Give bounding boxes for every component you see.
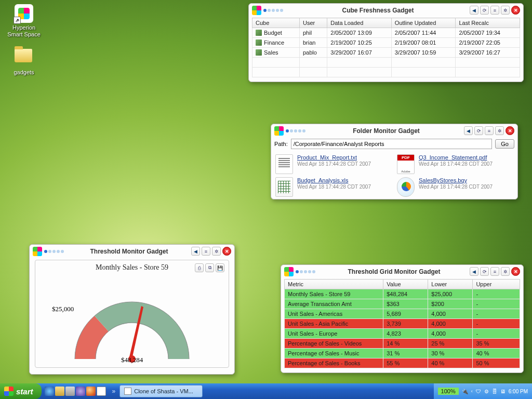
gadget-header[interactable]: Folder Monitor Gadget ◀ ⟳ ≡ ✲ ✕ — [271, 124, 517, 137]
gauge-threshold-label: $25,000 — [52, 305, 74, 313]
gadget-title: Threshold Grid Monitor Gadget — [318, 268, 470, 275]
gadget-folder-monitor: Folder Monitor Gadget ◀ ⟳ ≡ ✲ ✕ Path: Go… — [271, 124, 518, 200]
app-icon[interactable] — [97, 387, 106, 396]
column-header[interactable]: Upper — [473, 280, 520, 289]
column-header[interactable]: Metric — [285, 280, 383, 289]
collapse-icon[interactable]: ◀ — [191, 247, 200, 256]
column-header[interactable]: User — [299, 18, 327, 28]
quicklaunch-overflow-icon[interactable]: » — [109, 388, 119, 395]
tray-icon[interactable]: 🛡 — [476, 389, 481, 394]
close-icon[interactable]: ✕ — [511, 6, 520, 15]
tray-icon[interactable]: 🗄 — [492, 389, 497, 394]
file-timestamp: Wed Apr 18 17:44:28 CDT 2007 — [419, 161, 493, 167]
battery-percent[interactable]: 100% — [438, 388, 459, 395]
file-item[interactable]: Q3_Income_Statement.pdf Wed Apr 18 17:44… — [397, 154, 513, 174]
show-desktop-icon[interactable] — [65, 387, 75, 396]
windows-logo-icon — [4, 387, 14, 396]
gear-icon[interactable]: ✲ — [501, 267, 510, 276]
table-row[interactable]: Unit Sales - Americas5,6894,000- — [285, 309, 520, 319]
column-header[interactable]: Value — [383, 280, 428, 289]
copy-icon[interactable]: ⧉ — [205, 263, 214, 272]
vmware-icon — [124, 388, 131, 395]
table-row[interactable]: Unit Sales - Asia Pacific3,7394,000- — [285, 319, 520, 329]
gear-icon[interactable]: ✲ — [501, 6, 510, 15]
file-name: Q3_Income_Statement.pdf — [419, 154, 493, 161]
save-icon[interactable]: 💾 — [216, 263, 224, 272]
cube-icon — [256, 49, 262, 56]
table-row[interactable]: Budgetphil2/05/2007 13:092/05/2007 11:44… — [252, 28, 520, 38]
bqy-file-icon — [397, 177, 415, 197]
list-icon[interactable]: ≡ — [202, 247, 210, 256]
column-header[interactable]: Data Loaded — [327, 18, 392, 28]
system-tray: 100% 🔌 ‹ 🛡 ⚙ 🗄 🖥 6:00 PM — [434, 383, 532, 399]
table-row[interactable]: Average Transaction Amt$363$200- — [285, 299, 520, 309]
go-button[interactable]: Go — [495, 139, 514, 149]
gear-icon[interactable]: ✲ — [495, 126, 504, 135]
tray-icon[interactable]: 🖥 — [500, 389, 506, 394]
cube-table: CubeUserData LoadedOutline UpdatedLast R… — [252, 18, 520, 77]
gadget-cube-freshness: Cube Freshness Gadget ◀ ⟳ ≡ ✲ ✕ CubeUser… — [248, 3, 524, 82]
collapse-icon[interactable]: ◀ — [470, 6, 478, 15]
pager-dots[interactable] — [263, 9, 283, 12]
file-name: SalesByStores.bqy — [419, 177, 493, 183]
table-row[interactable]: Percentage of Sales - Books55 %40 %50 % — [285, 358, 520, 368]
pager-dots[interactable] — [286, 129, 305, 132]
file-item[interactable]: Budget_Analysis.xls Wed Apr 18 17:44:28 … — [275, 177, 392, 197]
ie-icon[interactable] — [45, 387, 54, 396]
refresh-icon[interactable]: ⟳ — [480, 267, 489, 276]
gear-icon[interactable]: ✲ — [212, 247, 221, 256]
table-row[interactable]: Percentage of Sales - Music31 %30 %40 % — [285, 349, 520, 358]
gadget-header[interactable]: Threshold Grid Monitor Gadget ◀ ⟳ ≡ ✲ ✕ — [281, 265, 523, 277]
path-input[interactable] — [291, 139, 493, 149]
pager-dots[interactable] — [44, 250, 64, 253]
print-icon[interactable]: ⎙ — [195, 263, 204, 272]
column-header[interactable]: Lower — [428, 280, 473, 289]
start-label: start — [16, 387, 33, 396]
eclipse-icon[interactable] — [76, 387, 85, 396]
table-row[interactable]: Financebrian2/19/2007 10:252/19/2007 08:… — [252, 38, 520, 48]
close-icon[interactable]: ✕ — [506, 126, 514, 135]
list-icon[interactable]: ≡ — [490, 267, 499, 276]
gadget-logo-icon — [284, 267, 294, 276]
file-item[interactable]: SalesByStores.bqy Wed Apr 18 17:44:28 CD… — [397, 177, 513, 197]
pdf-file-icon — [397, 154, 415, 174]
tray-icon[interactable]: 🔌 — [462, 389, 468, 394]
explorer-icon[interactable] — [55, 387, 64, 396]
table-row[interactable]: Unit Sales - Europe4,8234,000- — [285, 329, 520, 339]
refresh-icon[interactable]: ⟳ — [474, 126, 483, 135]
close-icon[interactable]: ✕ — [222, 247, 231, 256]
file-item[interactable]: Product_Mix_Report.txt Wed Apr 18 17:44:… — [275, 154, 392, 174]
desktop-icon-gadgets[interactable]: gadgets — [5, 46, 43, 76]
tray-icon[interactable]: ⚙ — [484, 389, 489, 394]
gauge-chart — [54, 291, 210, 364]
file-timestamp: Wed Apr 18 17:44:28 CDT 2007 — [297, 161, 371, 167]
task-label: Clone of Shasta - VM... — [134, 388, 193, 394]
gadget-header[interactable]: Threshold Monitor Gadget ◀ ≡ ✲ ✕ — [30, 245, 234, 257]
threshold-grid-table: MetricValueLowerUpper Monthly Sales - St… — [284, 279, 520, 368]
table-row[interactable]: Salespablo3/29/2007 16:073/29/2007 10:59… — [252, 48, 520, 58]
tray-overflow-icon[interactable]: ‹ — [471, 389, 473, 394]
gadget-header[interactable]: Cube Freshness Gadget ◀ ⟳ ≡ ✲ ✕ — [249, 4, 523, 16]
collapse-icon[interactable]: ◀ — [470, 267, 478, 276]
cube-icon — [256, 39, 262, 46]
pager-dots[interactable] — [296, 270, 315, 273]
column-header[interactable]: Last Recalc — [456, 18, 520, 28]
list-icon[interactable]: ≡ — [490, 6, 499, 15]
column-header[interactable]: Cube — [252, 18, 300, 28]
table-row[interactable]: Monthly Sales - Store 59$48,284$25,000- — [285, 289, 520, 299]
desktop-icon-label: gadgets — [5, 69, 43, 76]
clock[interactable]: 6:00 PM — [509, 389, 528, 394]
start-button[interactable]: start — [0, 383, 42, 399]
table-row[interactable]: Percentage of Sales - Videos14 %25 %35 % — [285, 339, 520, 349]
close-icon[interactable]: ✕ — [511, 267, 520, 276]
collapse-icon[interactable]: ◀ — [464, 126, 473, 135]
taskbar-task[interactable]: Clone of Shasta - VM... — [119, 385, 203, 397]
file-timestamp: Wed Apr 18 17:44:28 CDT 2007 — [419, 184, 493, 190]
xls-file-icon — [275, 177, 293, 197]
column-header[interactable]: Outline Updated — [391, 18, 456, 28]
list-icon[interactable]: ≡ — [485, 126, 494, 135]
desktop-icon-hyperion[interactable]: ↗ Hyperion Smart Space — [5, 4, 43, 38]
firefox-icon[interactable] — [86, 387, 96, 396]
gadget-logo-icon — [274, 126, 284, 136]
refresh-icon[interactable]: ⟳ — [480, 6, 489, 15]
